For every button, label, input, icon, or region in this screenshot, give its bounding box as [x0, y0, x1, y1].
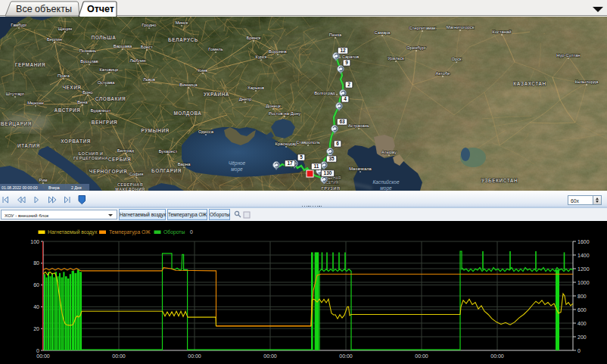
svg-text:Минск: Минск [176, 20, 188, 25]
svg-text:Кызылорда: Кызылорда [575, 79, 599, 84]
svg-text:СЛОВАКИЯ: СЛОВАКИЯ [95, 96, 126, 101]
svg-text:200: 200 [577, 334, 587, 340]
svg-text:РУМЫНИЯ: РУМЫНИЯ [141, 128, 170, 133]
svg-text:Саратов: Саратов [342, 54, 360, 59]
svg-text:Брест: Брест [141, 45, 153, 49]
svg-text:Берлин: Берлин [47, 37, 62, 42]
svg-text:Острава: Острава [98, 80, 116, 85]
svg-text:00:00: 00:00 [112, 353, 126, 359]
svg-text:Астрахань: Астрахань [348, 123, 369, 128]
svg-text:800: 800 [577, 294, 587, 299]
svg-text:МОЛДОВА: МОЛДОВА [173, 110, 201, 117]
svg-text:Стерлитамак: Стерлитамак [409, 26, 436, 30]
svg-text:Пенза: Пенза [329, 33, 342, 37]
svg-text:0: 0 [577, 348, 581, 353]
svg-text:1600: 1600 [577, 239, 590, 244]
svg-text:Люблин: Люблин [129, 58, 145, 63]
svg-text:ЧЕРНОГОРИЯ: ЧЕРНОГОРИЯ [89, 169, 127, 174]
svg-text:00:00: 00:00 [263, 353, 277, 359]
svg-text:00:00: 00:00 [415, 353, 428, 359]
svg-text:СЕРБИЯ: СЕРБИЯ [108, 157, 131, 162]
svg-text:ГЕРЦЕГОВИНА: ГЕРЦЕГОВИНА [73, 156, 108, 160]
svg-text:Уральск: Уральск [388, 56, 404, 61]
svg-text:Вчера: Вчера [48, 185, 60, 190]
svg-text:Винница: Винница [179, 82, 198, 87]
svg-text:9: 9 [345, 60, 348, 65]
svg-text:Воронеж: Воронеж [269, 49, 287, 54]
svg-text:Варшава: Варшава [114, 44, 132, 48]
svg-text:1400: 1400 [577, 253, 590, 258]
svg-text:Днепр: Днепр [239, 97, 252, 101]
svg-text:Все объекты: Все объекты [16, 4, 72, 14]
svg-text:Краснодар: Краснодар [275, 142, 297, 146]
svg-text:Бухарест: Бухарест [159, 149, 178, 154]
svg-text:12: 12 [340, 48, 346, 53]
svg-text:01.08.2022 00:00:00: 01.08.2022 00:00:00 [2, 185, 38, 190]
svg-text:400: 400 [577, 321, 587, 326]
svg-text:Брянск: Брянск [247, 36, 261, 40]
svg-text:Брно: Брно [82, 90, 92, 95]
svg-text:Гродно: Гродно [142, 23, 157, 27]
svg-text:Мюнхен: Мюнхен [27, 101, 44, 105]
svg-text:Харьков: Харьков [247, 86, 264, 90]
svg-text:БЕЛАРУСЬ: БЕЛАРУСЬ [168, 37, 198, 42]
svg-text:Ставрополь: Ставрополь [296, 140, 320, 145]
svg-text:1000: 1000 [577, 280, 590, 285]
svg-text:Отчет: Отчет [87, 4, 114, 14]
svg-text:Махачкала: Махачкала [349, 166, 372, 171]
svg-text:Вроцлав: Вроцлав [80, 59, 98, 64]
svg-text:КАЗАХСТАН: КАЗАХСТАН [513, 81, 546, 86]
svg-text:17: 17 [287, 160, 293, 166]
svg-text:УКРАИНА: УКРАИНА [204, 92, 229, 97]
svg-text:4: 4 [344, 96, 347, 101]
svg-text:Курск: Курск [256, 54, 267, 59]
svg-text:Одесса: Одесса [198, 129, 214, 134]
svg-text:Варна: Варна [178, 162, 191, 166]
svg-text:1200: 1200 [577, 266, 590, 272]
svg-text:Катовице: Катовице [99, 67, 118, 72]
svg-text:Чёрное: Чёрное [229, 160, 246, 166]
svg-text:00:00: 00:00 [188, 353, 201, 359]
svg-text:00:00: 00:00 [339, 353, 353, 359]
svg-text:ИТАЛИЯ: ИТАЛИЯ [17, 143, 40, 148]
svg-text:Львов: Львов [143, 77, 155, 82]
svg-text:Оренбург: Оренбург [406, 45, 426, 50]
svg-text:Рим: Рим [39, 178, 47, 182]
svg-text:Гомель: Гомель [208, 47, 223, 51]
svg-text:Будапешт: Будапешт [91, 108, 111, 113]
svg-text:УЗБЕКИСТАН: УЗБЕКИСТАН [481, 178, 518, 183]
svg-text:35: 35 [328, 156, 335, 161]
svg-text:Орск: Орск [451, 57, 462, 61]
svg-text:ГЕРМАНИЯ: ГЕРМАНИЯ [15, 62, 45, 67]
svg-text:ПОЛЬША: ПОЛЬША [91, 35, 116, 40]
svg-text:Познань: Познань [79, 48, 97, 53]
svg-text:80: 80 [33, 260, 39, 266]
svg-text:АВСТРИЯ: АВСТРИЯ [54, 107, 81, 113]
svg-text:Штутгарт: Штутгарт [6, 92, 25, 96]
svg-text:130: 130 [324, 170, 332, 176]
svg-text:БОЛГАРИЯ: БОЛГАРИЯ [151, 168, 182, 173]
svg-text:63: 63 [339, 119, 345, 124]
svg-text:ВЕНГРИЯ: ВЕНГРИЯ [92, 120, 118, 125]
svg-text:Каспийское: Каспийское [372, 179, 399, 185]
svg-text:6: 6 [336, 141, 339, 146]
svg-text:600: 600 [577, 307, 587, 313]
svg-text:20: 20 [33, 326, 39, 331]
svg-text:5: 5 [300, 154, 303, 160]
svg-text:Волгоград: Волгоград [314, 91, 335, 95]
svg-text:0: 0 [190, 229, 193, 235]
svg-text:София: София [129, 172, 144, 176]
svg-text:100: 100 [30, 239, 39, 244]
svg-text:море: море [380, 185, 392, 191]
svg-text:Вена: Вена [77, 100, 88, 104]
svg-text:море: море [231, 166, 243, 173]
svg-text:Ростов-на-Дону: Ростов-на-Дону [269, 111, 300, 116]
svg-text:11: 11 [314, 163, 319, 169]
svg-text:Актобе: Актобе [436, 71, 450, 76]
svg-text:0: 0 [36, 348, 39, 353]
svg-text:Магнитогорск: Магнитогорск [447, 25, 475, 30]
svg-text:Обороты: Обороты [163, 229, 185, 235]
svg-text:Донецк: Донецк [266, 104, 281, 108]
svg-text:ШВЕЙЦАРИЯ: ШВЕЙЦАРИЯ [0, 120, 32, 127]
svg-text:Нагнетаемый воздух: Нагнетаемый воздух [48, 229, 98, 235]
